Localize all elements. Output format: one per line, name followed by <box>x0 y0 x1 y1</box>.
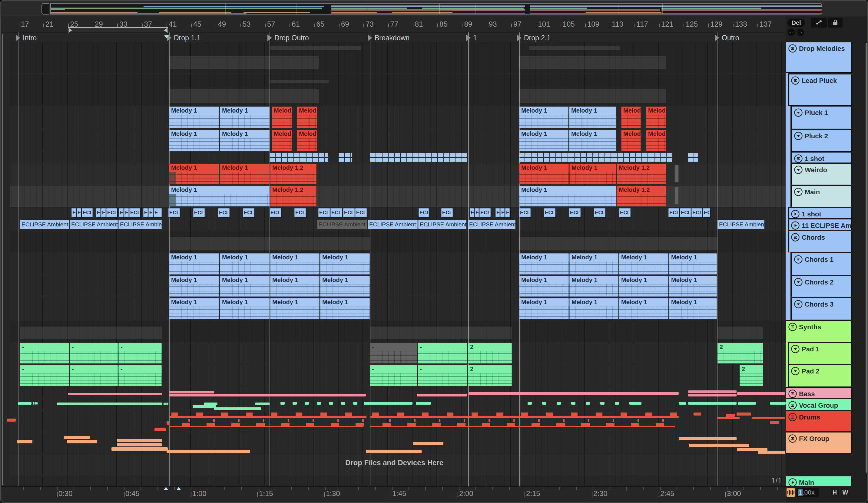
bar-vocal[interactable] <box>317 402 321 405</box>
clip-mini[interactable]: ECL <box>479 208 490 217</box>
clip-melody-1[interactable]: Melody 1 <box>569 130 616 151</box>
track-header-1-shot[interactable]: 1 shot <box>788 208 852 219</box>
clip-melody-1[interactable]: Melody 1 <box>519 276 569 296</box>
bar-fx[interactable] <box>689 444 749 447</box>
track-header-main[interactable]: Main <box>786 476 852 486</box>
clip-mini[interactable]: ECL <box>318 208 330 217</box>
bar-vocal[interactable] <box>416 402 431 405</box>
vertical-scrollbar[interactable] <box>866 43 868 473</box>
height-zoom-button[interactable]: H <box>830 488 839 497</box>
clip-mini[interactable]: E <box>72 208 76 217</box>
time-ruler[interactable]: 0:300:451:001:151:301:452:002:152:302:45… <box>1 486 786 500</box>
clip-mini[interactable]: ECL <box>569 208 581 217</box>
bar-bass[interactable] <box>468 392 679 395</box>
lane-weirdo[interactable] <box>10 164 786 185</box>
clip-cells[interactable] <box>519 153 672 162</box>
clip-melody-1[interactable]: Melody 1 <box>569 106 616 128</box>
clip-eclipse-ambient[interactable]: ECLIPSE Ambient <box>717 220 764 229</box>
lane-pluck-1[interactable] <box>10 106 786 129</box>
lane-drop-melodies[interactable] <box>10 42 786 73</box>
clip-mini[interactable]: ECL <box>343 208 355 217</box>
bar-vocal[interactable] <box>165 402 167 405</box>
bar-bass[interactable] <box>169 394 366 397</box>
lane-pluck-2[interactable] <box>10 129 786 151</box>
clip-melody-1[interactable]: Melody 1 <box>169 253 219 274</box>
clip-melody-1[interactable]: Melody 1 <box>270 253 320 274</box>
clip--[interactable]: - <box>370 365 417 386</box>
clip-melody-1[interactable]: Melody 1 <box>569 276 618 296</box>
clip-cells[interactable] <box>270 153 328 162</box>
clip--[interactable]: - <box>70 343 118 364</box>
bar-vocal[interactable] <box>600 402 604 405</box>
bar-vocal[interactable] <box>341 402 345 405</box>
clip-eclipse-ambient[interactable]: ECLIPSE Ambient <box>418 220 466 229</box>
clip-mini[interactable]: E <box>119 208 124 217</box>
clip-melody-1[interactable]: Melody 1 <box>270 276 320 296</box>
clip-melody-1[interactable]: Melody 1 <box>220 298 270 319</box>
clip--[interactable]: - <box>370 343 417 364</box>
clip-mini[interactable]: E <box>500 208 505 217</box>
track-header-synths[interactable]: Synths <box>786 321 852 342</box>
arrangement-marker-outro[interactable]: Outro <box>715 33 741 43</box>
bar-vocal[interactable] <box>738 402 756 405</box>
bar-bass[interactable] <box>688 390 736 393</box>
clip-mini[interactable]: ECL <box>294 208 306 217</box>
clip-mini[interactable]: ECL <box>594 208 606 217</box>
clip-mini[interactable]: ECL <box>168 208 180 217</box>
bar-fx[interactable] <box>413 442 443 445</box>
bar-drum_extra[interactable] <box>694 412 701 416</box>
bar-fx[interactable] <box>117 439 162 442</box>
clip-eclipse-ambient[interactable]: ECLIPSE Ambient <box>118 220 162 229</box>
clip-melody-1[interactable]: Melody 1 <box>320 253 370 274</box>
bar-drum_extra[interactable] <box>726 414 735 417</box>
bar-bass[interactable] <box>688 394 736 397</box>
clip-mini[interactable]: E <box>143 208 148 217</box>
clip-melody-1[interactable]: Melody 1 <box>270 298 320 319</box>
bar-vocal[interactable] <box>615 402 619 405</box>
clip-mini[interactable]: ECL <box>418 208 429 217</box>
clip-melody-1[interactable]: Melody 1 <box>519 253 569 274</box>
bar-vocal[interactable] <box>57 402 162 405</box>
clip-melody-1[interactable]: Melody 1 <box>169 106 219 128</box>
clip-melody-1[interactable]: Melody 1 <box>169 186 270 207</box>
bar-vocal[interactable] <box>542 402 546 405</box>
clip-melod[interactable]: Melod <box>297 130 317 151</box>
clip-mini[interactable]: E <box>470 208 474 217</box>
drum-loop-clip[interactable] <box>169 411 366 432</box>
clip-mini[interactable]: E <box>101 208 106 217</box>
bar-drum_extra[interactable] <box>752 417 785 419</box>
clip--[interactable]: - <box>20 343 69 364</box>
bar-vocal[interactable] <box>280 402 285 405</box>
track-header-vocal-group[interactable]: Vocal Group <box>786 399 852 410</box>
bar-vocal[interactable] <box>305 402 309 405</box>
clip-mini[interactable]: ECL <box>669 208 679 217</box>
bar-bass[interactable] <box>68 393 162 395</box>
track-header-weirdo[interactable]: Weirdo <box>792 164 852 185</box>
bar-vocal[interactable] <box>255 402 270 405</box>
clip-mini[interactable]: ECL <box>355 208 367 217</box>
clip-melody-1[interactable]: Melody 1 <box>169 164 219 184</box>
bar-vocal[interactable] <box>586 402 590 405</box>
track-header-1-shot[interactable]: 1 shot <box>792 152 852 163</box>
bar-bass[interactable] <box>169 391 214 394</box>
bar-vocal[interactable] <box>167 402 168 405</box>
clip--[interactable]: - <box>118 365 162 386</box>
track-header-bass[interactable]: Bass <box>786 387 852 398</box>
clip-melod[interactable]: Melod <box>272 130 292 151</box>
bar-fx[interactable] <box>758 451 785 454</box>
clip-melody-1-2[interactable]: Melody 1.2 <box>617 164 666 184</box>
clip-mini[interactable]: ECL <box>106 208 117 217</box>
clip-melody-1[interactable]: Melody 1 <box>220 164 270 184</box>
clip-small[interactable] <box>674 187 679 205</box>
clip-eclipse-ambient[interactable]: ECLIPSE Ambient <box>368 220 418 229</box>
clip-melody-1[interactable]: Melody 1 <box>619 298 669 319</box>
clip-melody-1[interactable]: Melody 1 <box>569 164 616 184</box>
bar-drum_extra[interactable] <box>7 419 16 422</box>
clip-melody-1[interactable]: Melody 1 <box>220 276 270 296</box>
bar-drum_extra[interactable] <box>770 421 779 424</box>
clip-melody-1[interactable]: Melody 1 <box>519 186 616 207</box>
bar-fx[interactable] <box>17 440 32 443</box>
bar-fx[interactable] <box>366 450 422 453</box>
clip-melody-1-2[interactable]: Melody 1.2 <box>270 186 317 207</box>
clip-melody-1-2[interactable]: Melody 1.2 <box>270 164 317 184</box>
